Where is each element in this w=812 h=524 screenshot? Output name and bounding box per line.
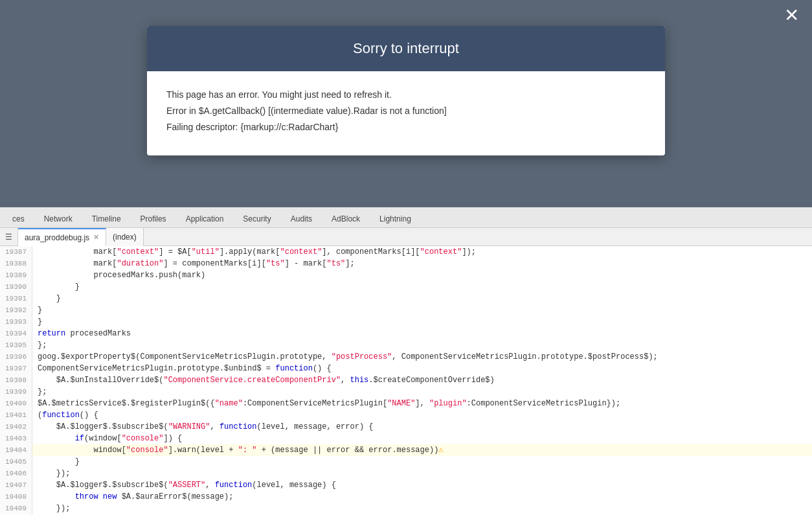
file-tab-aura[interactable]: aura_proddebug.js ✕ [18,228,106,246]
code-line-19391: 19391 } [0,293,812,304]
tab-ces[interactable]: ces [3,210,34,227]
code-line-19390: 19390 } [0,281,812,293]
file-tab-index[interactable]: (index) [106,228,144,246]
code-line-19388: 19388 mark["duration"] = componentMarks[… [0,258,812,269]
code-line-19389: 19389 procesedMarks.push(mark) [0,269,812,281]
code-line-19396: 19396 goog.$exportProperty$(ComponentSer… [0,351,812,363]
modal-box: Sorry to interrupt This page has an erro… [147,26,665,155]
modal-body: This page has an error. You might just n… [147,71,665,155]
code-line-19405: 19405 } [0,456,812,468]
code-line-19393: 19393 } [0,316,812,328]
tab-security[interactable]: Security [233,210,280,227]
code-line-19402: 19402 $A.$logger$.$subscribe$("WARNING",… [0,421,812,433]
tab-profiles[interactable]: Profiles [131,210,176,227]
file-tab-aura-close[interactable]: ✕ [93,233,99,242]
code-line-19403: 19403 if(window["console"]) { [0,433,812,444]
code-line-19387: 19387 mark["context"] = $A["util"].apply… [0,246,812,258]
code-line-19406: 19406 }); [0,468,812,479]
code-line-19397: 19397 ComponentServiceMetricsPlugin.prot… [0,363,812,374]
file-tab-bar: ☰ aura_proddebug.js ✕ (index) [0,228,812,246]
code-line-19409: 19409 }); [0,503,812,514]
tab-lightning[interactable]: Lightning [370,210,421,227]
tab-timeline[interactable]: Timeline [82,210,131,227]
code-line-19398: 19398 $A.$unInstallOverride$("ComponentS… [0,374,812,386]
code-editor[interactable]: 19387 mark["context"] = $A["util"].apply… [0,246,812,524]
tab-audits[interactable]: Audits [281,210,322,227]
code-line-19399: 19399 }; [0,386,812,398]
modal-overlay: ✕ Sorry to interrupt This page has an er… [0,0,812,207]
tab-application[interactable]: Application [176,210,234,227]
tab-adblock[interactable]: AdBlock [322,210,370,227]
file-tab-nav-icon[interactable]: ☰ [0,228,18,246]
code-line-19407: 19407 $A.$logger$.$subscribe$("ASSERT", … [0,479,812,491]
code-line-19400: 19400 $A.$metricsService$.$registerPlugi… [0,398,812,409]
file-tab-aura-label: aura_proddebug.js [25,233,89,242]
file-tab-index-label: (index) [113,233,137,242]
code-line-19395: 19395 }; [0,339,812,351]
code-line-19404: 19404 window["console"].warn(level + ": … [0,444,812,456]
code-line-19392: 19392 } [0,304,812,316]
code-line-19408: 19408 throw new $A.$auraError$(message); [0,491,812,503]
modal-line-2: Error in $A.getCallback() [(intermediate… [166,103,646,119]
modal-title: Sorry to interrupt [147,26,665,71]
modal-line-1: This page has an error. You might just n… [166,87,646,103]
devtools-tab-bar: ces Network Timeline Profiles Applicatio… [0,207,812,228]
code-line-19394: 19394 return procesedMarks [0,328,812,339]
tab-network[interactable]: Network [34,210,82,227]
modal-close-button[interactable]: ✕ [784,6,799,25]
modal-line-3: Failing descriptor: {markup://c:RadarCha… [166,119,646,135]
code-line-19401: 19401 (function() { [0,409,812,421]
devtools-panel: ces Network Timeline Profiles Applicatio… [0,207,812,524]
